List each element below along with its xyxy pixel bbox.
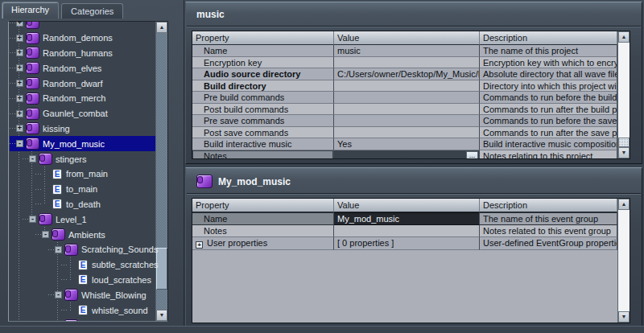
property-cell[interactable]: Build interactive music bbox=[192, 138, 334, 150]
event-group-icon bbox=[26, 32, 39, 44]
tree-connector bbox=[23, 158, 28, 159]
collapse-minus-icon[interactable]: - bbox=[16, 140, 23, 147]
project-table-scroll-down-icon[interactable]: ▼ bbox=[618, 147, 630, 158]
expand-plus-icon[interactable]: + bbox=[16, 64, 23, 72]
project-table-scroll-up-icon[interactable]: ▲ bbox=[618, 31, 630, 43]
event-group-icon bbox=[196, 175, 213, 188]
tree-item-ambients[interactable]: -Ambients bbox=[10, 227, 155, 242]
value-cell[interactable] bbox=[334, 225, 480, 238]
value-cell[interactable] bbox=[334, 92, 480, 104]
collapse-minus-icon[interactable]: - bbox=[29, 155, 36, 162]
tree-item-whistle_sound[interactable]: Ewhistle_sound bbox=[10, 302, 155, 318]
tree-item-to_death[interactable]: Eto_death bbox=[10, 197, 155, 212]
property-cell[interactable]: Post save commands bbox=[192, 127, 334, 139]
column-header-description[interactable]: Description bbox=[480, 199, 617, 212]
value-cell[interactable]: C:/Users/owner/Desktop/My_Music/Music So… bbox=[334, 68, 480, 80]
value-cell[interactable]: [ 0 properties ] bbox=[334, 237, 480, 250]
value-cell[interactable]: Yes bbox=[334, 138, 480, 150]
tree-scrollbar[interactable]: ▲ ▼ bbox=[155, 22, 167, 321]
tree-item-whistle_blowing[interactable]: -Whistle_Blowing bbox=[10, 287, 155, 302]
tree-item-gaunlet_combat[interactable]: +Gaunlet_combat bbox=[10, 106, 155, 121]
tree-item-level_1[interactable]: -Level_1 bbox=[10, 212, 155, 227]
property-cell[interactable]: Name bbox=[192, 212, 334, 225]
property-cell[interactable]: Pre build commands bbox=[192, 92, 334, 104]
eventgroup-table-scroll-down-icon[interactable]: ▼ bbox=[618, 311, 630, 323]
tree-item-kissing[interactable]: +kissing bbox=[10, 121, 155, 137]
eventgroup-table-scrollbar-track[interactable] bbox=[618, 210, 630, 311]
tab-hierarchy[interactable]: Hierarchy bbox=[2, 2, 59, 18]
event-group-icon bbox=[64, 319, 78, 322]
value-cell[interactable]: music bbox=[334, 45, 480, 57]
tree-item-stingers[interactable]: -stingers bbox=[10, 151, 155, 166]
tree-item-random_demons[interactable]: +Random_demons bbox=[10, 31, 155, 46]
project-table-scrollbar-thumb[interactable] bbox=[618, 138, 630, 147]
event-icon: E bbox=[78, 260, 88, 270]
event-group-icon bbox=[26, 108, 39, 120]
expand-plus-icon[interactable]: + bbox=[16, 125, 23, 132]
property-cell[interactable]: Build directory bbox=[192, 80, 334, 92]
description-cell: Build interactive music compositions whe… bbox=[480, 138, 617, 150]
expand-plus-icon[interactable]: + bbox=[16, 21, 23, 27]
project-table-scrollbar[interactable]: ▲ ▼ bbox=[617, 31, 630, 158]
event-icon: E bbox=[78, 274, 88, 285]
property-cell[interactable]: Encryption key bbox=[192, 57, 334, 69]
column-header-description[interactable]: Description bbox=[480, 31, 617, 45]
eventgroup-table-scroll-up-icon[interactable]: ▲ bbox=[618, 199, 630, 210]
property-cell[interactable]: Audio source directory bbox=[192, 68, 334, 80]
description-cell: Directory into which this project will b… bbox=[480, 80, 617, 92]
expand-plus-icon[interactable]: + bbox=[16, 35, 23, 42]
browse-ellipsis-button[interactable]: ... bbox=[466, 151, 478, 160]
title-separator bbox=[187, 193, 641, 195]
tree-item-my_mod_music[interactable]: -My_mod_music bbox=[10, 136, 155, 151]
tree-scroll-up-icon[interactable]: ▲ bbox=[156, 22, 167, 33]
column-header-property[interactable]: Property bbox=[192, 31, 334, 45]
tree-item-to_main[interactable]: Eto_main bbox=[10, 182, 155, 197]
tree-scroll-down-icon[interactable]: ▼ bbox=[156, 310, 167, 321]
expand-plus-icon[interactable]: + bbox=[16, 80, 23, 87]
collapse-minus-icon[interactable]: - bbox=[55, 291, 62, 298]
event-group-icon bbox=[39, 153, 52, 165]
tree-item-from_main[interactable]: Efrom_main bbox=[10, 166, 155, 182]
property-cell[interactable]: Notes bbox=[192, 225, 334, 238]
collapse-minus-icon[interactable]: - bbox=[42, 231, 49, 238]
expand-plus-icon[interactable]: + bbox=[196, 241, 203, 249]
tree-item-subtle_scratches[interactable]: Esubtle_scratches bbox=[10, 257, 155, 273]
property-cell[interactable]: Post build commands bbox=[192, 104, 334, 116]
expand-plus-icon[interactable]: + bbox=[16, 95, 23, 102]
project-table-scrollbar-track[interactable] bbox=[618, 43, 630, 147]
column-header-property[interactable]: Property bbox=[192, 199, 334, 212]
eventgroup-table-scrollbar[interactable]: ▲ ▼ bbox=[617, 199, 630, 323]
column-header-value[interactable]: Value bbox=[334, 199, 480, 212]
value-cell[interactable] bbox=[334, 57, 480, 69]
property-cell[interactable]: Notes bbox=[192, 150, 334, 160]
property-cell[interactable]: +User properties bbox=[192, 237, 334, 250]
tree-item[interactable] bbox=[10, 318, 155, 322]
expand-plus-icon[interactable]: + bbox=[16, 49, 23, 56]
tree-item-random_elves[interactable]: +Random_elves bbox=[10, 60, 155, 76]
tree-item-loud_scratches[interactable]: Eloud_scratches bbox=[10, 273, 155, 288]
description-cell: User-defined EventGroup properties bbox=[480, 237, 617, 250]
tree-item-random_dwarf[interactable]: +Random_dwarf bbox=[10, 76, 155, 91]
collapse-minus-icon[interactable]: - bbox=[29, 216, 36, 223]
value-cell[interactable] bbox=[334, 127, 480, 139]
collapse-minus-icon[interactable]: - bbox=[55, 246, 62, 253]
tree-item-scratching_sounds[interactable]: -Scratching_Sounds bbox=[10, 242, 155, 257]
event-group-icon bbox=[26, 138, 39, 150]
property-cell[interactable]: Pre save commands bbox=[192, 115, 334, 127]
table-row: NameMy_mod_musicThe name of this event g… bbox=[192, 212, 617, 225]
tree-item-random_merch[interactable]: +Random_merch bbox=[10, 91, 155, 106]
value-cell[interactable]: My_mod_music bbox=[334, 212, 480, 225]
description-cell: Commands to run before the build process… bbox=[480, 92, 617, 104]
tree-item[interactable]: + bbox=[10, 21, 155, 31]
tab-categories[interactable]: Categories bbox=[61, 3, 123, 18]
expand-plus-icon[interactable]: + bbox=[16, 110, 23, 117]
event-group-icon bbox=[64, 244, 78, 256]
value-cell[interactable]: ... bbox=[334, 150, 480, 160]
value-cell[interactable] bbox=[334, 80, 480, 92]
column-header-value[interactable]: Value bbox=[334, 31, 480, 45]
value-cell[interactable] bbox=[334, 115, 480, 127]
tree-item-label: subtle_scratches bbox=[92, 260, 162, 269]
value-cell[interactable] bbox=[334, 104, 480, 116]
tree-item-random_humans[interactable]: +Random_humans bbox=[10, 46, 155, 61]
property-cell[interactable]: Name bbox=[192, 45, 334, 57]
